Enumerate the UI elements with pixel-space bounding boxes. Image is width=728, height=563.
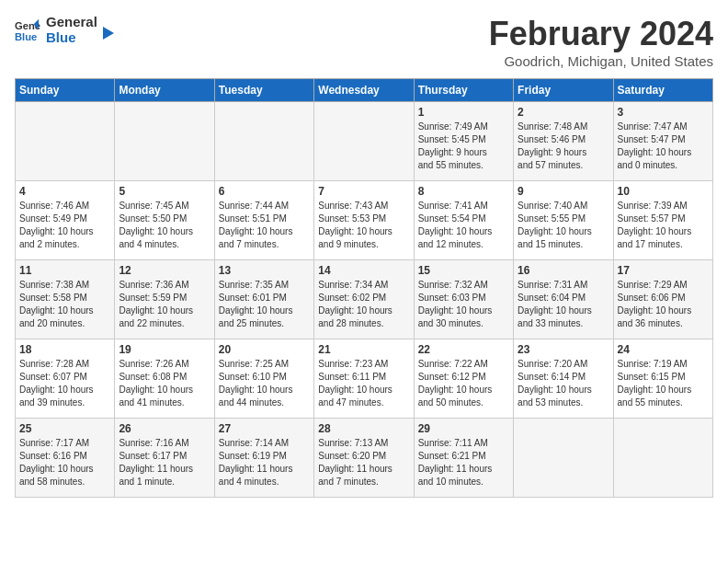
day-info: Sunrise: 7:25 AM Sunset: 6:10 PM Dayligh… [219, 358, 310, 409]
calendar-cell: 17Sunrise: 7:29 AM Sunset: 6:06 PM Dayli… [613, 260, 712, 339]
logo-icon: General Blue [15, 17, 40, 43]
day-number: 17 [618, 264, 709, 277]
logo: General Blue General Blue [15, 15, 116, 45]
calendar-cell: 18Sunrise: 7:28 AM Sunset: 6:07 PM Dayli… [16, 339, 115, 419]
day-info: Sunrise: 7:16 AM Sunset: 6:17 PM Dayligh… [119, 437, 210, 488]
weekday-header-row: SundayMondayTuesdayWednesdayThursdayFrid… [16, 79, 713, 102]
weekday-saturday: Saturday [613, 79, 712, 102]
calendar-subtitle: Goodrich, Michigan, United States [489, 53, 713, 69]
calendar-cell: 3Sunrise: 7:47 AM Sunset: 5:47 PM Daylig… [613, 102, 712, 181]
day-info: Sunrise: 7:29 AM Sunset: 6:06 PM Dayligh… [618, 279, 709, 330]
day-number: 20 [219, 343, 310, 356]
day-info: Sunrise: 7:36 AM Sunset: 5:59 PM Dayligh… [119, 279, 210, 330]
day-info: Sunrise: 7:49 AM Sunset: 5:45 PM Dayligh… [418, 121, 509, 172]
title-area: February 2024 Goodrich, Michigan, United… [489, 15, 713, 69]
day-number: 8 [418, 185, 509, 198]
day-number: 26 [119, 422, 210, 435]
calendar-cell [16, 102, 115, 181]
calendar-body: 1Sunrise: 7:49 AM Sunset: 5:45 PM Daylig… [16, 102, 713, 498]
calendar-cell: 19Sunrise: 7:26 AM Sunset: 6:08 PM Dayli… [115, 339, 214, 419]
day-info: Sunrise: 7:41 AM Sunset: 5:54 PM Dayligh… [418, 200, 509, 251]
calendar-title: February 2024 [489, 15, 713, 53]
day-number: 24 [618, 343, 709, 356]
calendar-cell: 1Sunrise: 7:49 AM Sunset: 5:45 PM Daylig… [414, 102, 513, 181]
calendar-cell: 14Sunrise: 7:34 AM Sunset: 6:02 PM Dayli… [314, 260, 414, 339]
weekday-thursday: Thursday [414, 79, 513, 102]
day-info: Sunrise: 7:17 AM Sunset: 6:16 PM Dayligh… [19, 437, 110, 488]
calendar-header: SundayMondayTuesdayWednesdayThursdayFrid… [16, 79, 713, 102]
calendar-cell: 2Sunrise: 7:48 AM Sunset: 5:46 PM Daylig… [514, 102, 613, 181]
calendar-cell [514, 419, 613, 498]
calendar-cell [314, 102, 414, 181]
calendar-cell: 12Sunrise: 7:36 AM Sunset: 5:59 PM Dayli… [115, 260, 214, 339]
day-info: Sunrise: 7:35 AM Sunset: 6:01 PM Dayligh… [219, 279, 310, 330]
day-number: 21 [318, 343, 409, 356]
day-info: Sunrise: 7:20 AM Sunset: 6:14 PM Dayligh… [518, 358, 609, 409]
day-number: 16 [518, 264, 609, 277]
day-number: 3 [618, 106, 709, 119]
calendar-cell: 22Sunrise: 7:22 AM Sunset: 6:12 PM Dayli… [414, 339, 513, 419]
day-number: 6 [219, 185, 310, 198]
calendar-cell: 6Sunrise: 7:44 AM Sunset: 5:51 PM Daylig… [214, 181, 313, 260]
day-number: 19 [119, 343, 210, 356]
day-info: Sunrise: 7:43 AM Sunset: 5:53 PM Dayligh… [318, 200, 409, 251]
day-info: Sunrise: 7:23 AM Sunset: 6:11 PM Dayligh… [318, 358, 409, 409]
calendar-cell: 13Sunrise: 7:35 AM Sunset: 6:01 PM Dayli… [214, 260, 313, 339]
calendar-table: SundayMondayTuesdayWednesdayThursdayFrid… [15, 78, 713, 498]
day-info: Sunrise: 7:28 AM Sunset: 6:07 PM Dayligh… [19, 358, 110, 409]
weekday-friday: Friday [514, 79, 613, 102]
day-info: Sunrise: 7:26 AM Sunset: 6:08 PM Dayligh… [119, 358, 210, 409]
day-info: Sunrise: 7:13 AM Sunset: 6:20 PM Dayligh… [318, 437, 409, 488]
day-info: Sunrise: 7:48 AM Sunset: 5:46 PM Dayligh… [518, 121, 609, 172]
day-info: Sunrise: 7:47 AM Sunset: 5:47 PM Dayligh… [618, 121, 709, 172]
calendar-cell: 9Sunrise: 7:40 AM Sunset: 5:55 PM Daylig… [514, 181, 613, 260]
logo-blue: Blue [46, 30, 76, 46]
day-info: Sunrise: 7:38 AM Sunset: 5:58 PM Dayligh… [19, 279, 110, 330]
day-number: 15 [418, 264, 509, 277]
day-info: Sunrise: 7:19 AM Sunset: 6:15 PM Dayligh… [618, 358, 709, 409]
day-number: 22 [418, 343, 509, 356]
calendar-cell: 25Sunrise: 7:17 AM Sunset: 6:16 PM Dayli… [16, 419, 115, 498]
calendar-cell: 8Sunrise: 7:41 AM Sunset: 5:54 PM Daylig… [414, 181, 513, 260]
calendar-cell [214, 102, 313, 181]
calendar-cell: 15Sunrise: 7:32 AM Sunset: 6:03 PM Dayli… [414, 260, 513, 339]
calendar-cell: 26Sunrise: 7:16 AM Sunset: 6:17 PM Dayli… [115, 419, 214, 498]
calendar-cell: 29Sunrise: 7:11 AM Sunset: 6:21 PM Dayli… [414, 419, 513, 498]
calendar-cell: 28Sunrise: 7:13 AM Sunset: 6:20 PM Dayli… [314, 419, 414, 498]
day-info: Sunrise: 7:45 AM Sunset: 5:50 PM Dayligh… [119, 200, 210, 251]
svg-marker-3 [103, 27, 114, 40]
day-info: Sunrise: 7:34 AM Sunset: 6:02 PM Dayligh… [318, 279, 409, 330]
day-number: 4 [19, 185, 110, 198]
calendar-cell: 11Sunrise: 7:38 AM Sunset: 5:58 PM Dayli… [16, 260, 115, 339]
svg-text:Blue: Blue [15, 31, 37, 42]
day-number: 18 [19, 343, 110, 356]
logo-arrow-icon [99, 25, 116, 41]
day-number: 29 [418, 422, 509, 435]
day-info: Sunrise: 7:11 AM Sunset: 6:21 PM Dayligh… [418, 437, 509, 488]
day-info: Sunrise: 7:44 AM Sunset: 5:51 PM Dayligh… [219, 200, 310, 251]
day-number: 10 [618, 185, 709, 198]
day-info: Sunrise: 7:39 AM Sunset: 5:57 PM Dayligh… [618, 200, 709, 251]
week-row-1: 1Sunrise: 7:49 AM Sunset: 5:45 PM Daylig… [16, 102, 713, 181]
day-number: 2 [518, 106, 609, 119]
calendar-cell [115, 102, 214, 181]
calendar-cell: 4Sunrise: 7:46 AM Sunset: 5:49 PM Daylig… [16, 181, 115, 260]
day-number: 9 [518, 185, 609, 198]
day-info: Sunrise: 7:22 AM Sunset: 6:12 PM Dayligh… [418, 358, 509, 409]
calendar-cell: 23Sunrise: 7:20 AM Sunset: 6:14 PM Dayli… [514, 339, 613, 419]
day-number: 27 [219, 422, 310, 435]
calendar-cell: 20Sunrise: 7:25 AM Sunset: 6:10 PM Dayli… [214, 339, 313, 419]
calendar-cell: 16Sunrise: 7:31 AM Sunset: 6:04 PM Dayli… [514, 260, 613, 339]
day-number: 23 [518, 343, 609, 356]
week-row-5: 25Sunrise: 7:17 AM Sunset: 6:16 PM Dayli… [16, 419, 713, 498]
day-number: 14 [318, 264, 409, 277]
day-info: Sunrise: 7:31 AM Sunset: 6:04 PM Dayligh… [518, 279, 609, 330]
header: General Blue General Blue February 2024 … [15, 15, 713, 69]
calendar-cell: 27Sunrise: 7:14 AM Sunset: 6:19 PM Dayli… [214, 419, 313, 498]
calendar-cell [613, 419, 712, 498]
week-row-4: 18Sunrise: 7:28 AM Sunset: 6:07 PM Dayli… [16, 339, 713, 419]
day-info: Sunrise: 7:40 AM Sunset: 5:55 PM Dayligh… [518, 200, 609, 251]
week-row-2: 4Sunrise: 7:46 AM Sunset: 5:49 PM Daylig… [16, 181, 713, 260]
day-number: 13 [219, 264, 310, 277]
day-info: Sunrise: 7:32 AM Sunset: 6:03 PM Dayligh… [418, 279, 509, 330]
